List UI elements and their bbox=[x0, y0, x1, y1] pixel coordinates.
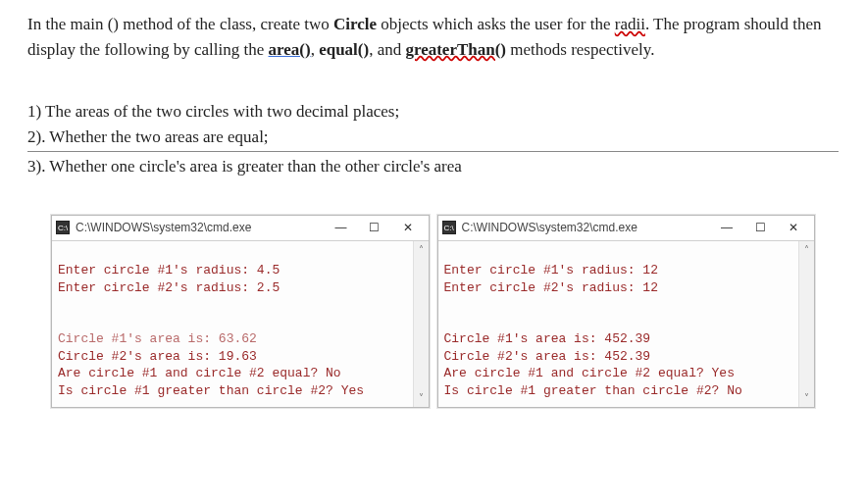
close-button[interactable]: ✕ bbox=[777, 216, 810, 239]
list-item-3: 3). Whether one circle's area is greater… bbox=[27, 154, 839, 179]
c2-line4: Circle #2's area is: 452.39 bbox=[444, 349, 651, 364]
area-method: area() bbox=[269, 40, 311, 59]
c1-line3: Circle #1's area is: 63.62 bbox=[58, 331, 257, 346]
intro-comma1: , bbox=[311, 40, 320, 59]
scrollbar-1[interactable]: ˄ ˅ bbox=[413, 241, 429, 408]
radii-word: radii bbox=[615, 15, 645, 33]
cmd-icon: C:\ bbox=[442, 221, 456, 234]
c2-line1: Enter circle #1's radius: 12 bbox=[444, 263, 658, 277]
intro-paragraph: In the main () method of the class, crea… bbox=[27, 12, 839, 62]
intro-text-2: objects which asks the user for the bbox=[377, 15, 615, 33]
scroll-up-icon[interactable]: ˄ bbox=[804, 243, 809, 257]
list-item-2: 2). Whether the two areas are equal; bbox=[27, 125, 839, 150]
equal-method: equal() bbox=[319, 40, 369, 59]
minimize-button[interactable]: — bbox=[325, 216, 358, 239]
c1-line5: Are circle #1 and circle #2 equal? No bbox=[58, 366, 341, 380]
c1-line1: Enter circle #1's radius: 4.5 bbox=[58, 263, 280, 277]
console-window-2: C:\ C:\WINDOWS\system32\cmd.exe — ☐ ✕ En… bbox=[437, 215, 816, 409]
list-item-1: 1) The areas of the two circles with two… bbox=[27, 99, 839, 125]
scrollbar-2[interactable]: ˄ ˅ bbox=[798, 241, 814, 408]
c1-line6: Is circle #1 greater than circle #2? Yes bbox=[58, 383, 364, 398]
maximize-button[interactable]: ☐ bbox=[743, 216, 777, 239]
c2-line3: Circle #1's area is: 452.39 bbox=[444, 331, 651, 346]
c2-line2: Enter circle #2's radius: 12 bbox=[444, 280, 658, 295]
scroll-up-icon[interactable]: ˄ bbox=[419, 243, 424, 257]
scroll-down-icon[interactable]: ˅ bbox=[804, 391, 809, 405]
titlebar-2: C:\ C:\WINDOWS\system32\cmd.exe — ☐ ✕ bbox=[438, 216, 815, 241]
c1-line2: Enter circle #2's radius: 2.5 bbox=[58, 280, 280, 295]
console-window-1: C:\ C:\WINDOWS\system32\cmd.exe — ☐ ✕ En… bbox=[51, 215, 430, 409]
greaterthan-method: greaterThan() bbox=[405, 40, 506, 59]
intro-text-4: methods respectively. bbox=[506, 40, 654, 59]
window-title-2: C:\WINDOWS\system32\cmd.exe bbox=[462, 221, 711, 234]
window-title-1: C:\WINDOWS\system32\cmd.exe bbox=[76, 221, 325, 234]
c1-line4: Circle #2's area is: 19.63 bbox=[58, 349, 257, 364]
circle-word: Circle bbox=[333, 15, 377, 33]
intro-comma2: , and bbox=[369, 40, 405, 59]
cmd-icon: C:\ bbox=[56, 221, 70, 234]
console-row: C:\ C:\WINDOWS\system32\cmd.exe — ☐ ✕ En… bbox=[27, 215, 839, 409]
c2-line5: Are circle #1 and circle #2 equal? Yes bbox=[444, 366, 735, 380]
maximize-button[interactable]: ☐ bbox=[358, 216, 391, 239]
scroll-down-icon[interactable]: ˅ bbox=[419, 391, 424, 405]
intro-text-1: In the main () method of the class, crea… bbox=[27, 15, 333, 33]
titlebar-1: C:\ C:\WINDOWS\system32\cmd.exe — ☐ ✕ bbox=[52, 216, 429, 241]
console-output-2: Enter circle #1's radius: 12 Enter circl… bbox=[438, 241, 799, 408]
console-output-1: Enter circle #1's radius: 4.5 Enter circ… bbox=[52, 241, 413, 408]
c2-line6: Is circle #1 greater than circle #2? No bbox=[444, 383, 742, 398]
close-button[interactable]: ✕ bbox=[391, 216, 425, 239]
minimize-button[interactable]: — bbox=[710, 216, 743, 239]
divider-line bbox=[27, 151, 839, 152]
